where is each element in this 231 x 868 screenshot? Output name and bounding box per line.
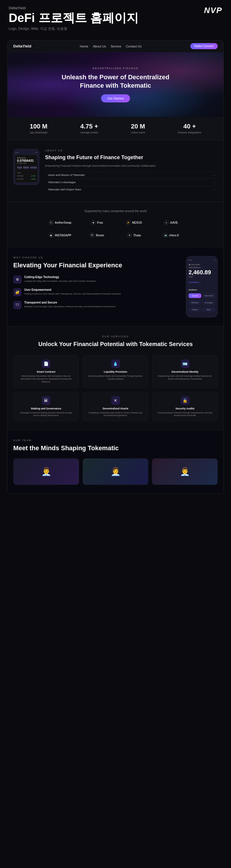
about-content: ABOUT US Shaping the Future of Finance T… <box>45 149 218 193</box>
why-title: Elevating Your Financial Experience <box>13 261 180 270</box>
team-section: OUR TEAM Meet the Minds Shaping Tokemati… <box>7 430 224 494</box>
phone-screen: Ethereum 0.07656431 $1,000 USD Deposit W… <box>15 155 37 182</box>
about-desc: Empowering Financial Freedom through Dec… <box>45 164 218 168</box>
why-phone-btn-row-2: Withdraw Exchange <box>189 300 215 305</box>
why-phone-btn-row-1: Deposit New Order <box>189 293 215 298</box>
frax-icon: ◈ <box>91 220 95 225</box>
service-decentralized-identity: 🪪 Decentralized Identity Empowering User… <box>152 355 218 388</box>
why-phone-portfolio-label: USD <box>189 276 215 278</box>
about-section: 9:41 ▪▪▪ Ethereum 0.07656431 $1,000 USD … <box>7 140 224 202</box>
feature-cutting-edge: ⚙ Cutting-Edge Technology Leading the Wa… <box>13 275 180 283</box>
feature-user-empowerment: 🔐 User Empowerment Putting Control in Yo… <box>13 288 180 296</box>
why-phone-neworder-btn[interactable]: New Order <box>202 293 215 298</box>
nav-link-about[interactable]: About Us <box>93 44 106 48</box>
service-liquidity-title: Liquidity Provision <box>87 370 145 373</box>
feature-transparent-desc: Building Trust through Clear Operations,… <box>24 305 116 308</box>
stat-average-review: 4.75 + Average review <box>80 123 98 134</box>
about-list-advantages[interactable]: Tokematic's Advantages › <box>45 179 218 186</box>
why-phone-more-btn[interactable]: More <box>202 307 215 312</box>
feature-user-empowerment-text: User Empowerment Putting Control in Your… <box>24 288 121 296</box>
security-icon: 🔒 <box>181 396 189 405</box>
why-phone-withdraw-btn[interactable]: Withdraw <box>189 300 201 305</box>
website-mockup: DeltaYield Home About Us Service Contact… <box>7 40 224 494</box>
phone-crypto-name: Ethereum <box>17 157 36 159</box>
why-phone-exchange-btn[interactable]: Exchange <box>202 300 215 305</box>
nav-link-home[interactable]: Home <box>80 44 88 48</box>
why-phone-mockup: 9:41 ▪▪ ◉ infoxaith Total Balance 2,460.… <box>186 256 218 317</box>
stat-value-users: 20 M <box>131 123 145 130</box>
feature-transparent-title: Transparent and Secure <box>24 301 116 304</box>
about-list-advantages-arrow: › <box>214 181 215 184</box>
about-list-team[interactable]: Tokematic DeFi Expert Team › <box>45 186 218 193</box>
team-photo-1: 👨‍💼 <box>13 459 79 485</box>
partner-frax: ◈ Frax <box>80 218 114 227</box>
about-list-vision[interactable]: Vision and Mission of Tokematic › <box>45 171 218 179</box>
phone-withdraw-btn[interactable]: Withdraw <box>23 166 29 169</box>
about-title: Shaping the Future of Finance Together <box>45 154 218 161</box>
about-tag: ABOUT US <box>45 149 218 152</box>
services-grid: 📄 Smart Contract Revolutionizing Transac… <box>13 355 218 421</box>
page-subtitle: Logo, Design, Web, 지갑 연동, 반응형 <box>9 26 139 31</box>
wallet-connect-button[interactable]: Wallet Connect <box>190 43 218 49</box>
why-phone-balance: 2,460.89 <box>189 269 215 276</box>
why-section: WHY CHOOSE US Elevating Your Financial E… <box>7 247 224 326</box>
hero-cta-button[interactable]: Get Started <box>101 94 130 102</box>
service-oracle-title: Decentralized Oracle <box>87 407 145 410</box>
stat-value-integrations: 40 + <box>178 123 201 130</box>
service-security: 🔒 Security Audits Ensuring Robust Protec… <box>152 392 218 422</box>
why-phone-balance-suffix: USD <box>189 276 193 278</box>
partner-ronin: 🛡 Ronin <box>80 230 114 240</box>
team-photo-2: 👩‍💼 <box>83 459 148 485</box>
service-liquidity: 💧 Liquidity Provision Enhancing Market D… <box>83 355 148 388</box>
team-photo-3: 👨‍💼 <box>152 459 218 485</box>
phone-list-trade: Trade <box>17 171 36 174</box>
why-phone-deposit-btn[interactable]: Deposit <box>189 293 201 298</box>
nav-link-service[interactable]: Service <box>111 44 121 48</box>
phone-list-btc-value: +1.92% <box>31 178 36 180</box>
mockup-nav-logo: DeltaYield <box>13 44 31 48</box>
partner-aave: Λ AAVE <box>154 218 188 227</box>
phone-actions: Deposit Withdraw Exchange <box>17 166 36 169</box>
stat-value-downloads: 100 M <box>30 123 48 130</box>
user-empowerment-icon: 🔐 <box>13 288 22 296</box>
stat-value-review: 4.75 + <box>80 123 98 130</box>
partners-title: Supported by many companies around the w… <box>13 210 218 213</box>
feature-cutting-edge-text: Cutting-Edge Technology Leading the Way … <box>24 275 96 283</box>
hero-tag: DECENTRALIZED FINANCE <box>13 67 218 70</box>
why-phone-staking-btn[interactable]: Staking <box>189 307 201 312</box>
decentralized-identity-icon: 🪪 <box>181 359 189 368</box>
team-member-3: 👨‍💼 <box>152 458 218 485</box>
phone-list-eth-value: +1.74% <box>31 175 36 177</box>
partners-grid: ⬡ AetherSwap ◈ Frax ⚡ NEXUS Λ AAVE ◉ INS… <box>43 218 188 240</box>
service-staking: 🏛 Staking and Governance Participate in … <box>13 392 79 422</box>
aave-icon: Λ <box>164 220 169 225</box>
phone-balance: 0.07656431 <box>17 159 36 162</box>
team-member-2: 👩‍💼 <box>83 458 148 485</box>
stat-label-downloads: App downloads <box>30 131 48 134</box>
why-phone-portfolios[interactable]: 5 portfolios ↗ <box>189 281 215 283</box>
partner-frax-label: Frax <box>97 221 103 224</box>
service-decentralized-identity-title: Decentralized Identity <box>156 370 214 373</box>
why-phone-signal-icon: ▪▪ <box>214 259 215 261</box>
phone-exchange-btn[interactable]: Exchange <box>30 166 37 169</box>
service-staking-title: Staking and Governance <box>17 407 75 410</box>
smart-contract-icon: 📄 <box>42 359 50 368</box>
instadapp-icon: ◉ <box>49 233 53 238</box>
why-phone-balance-value: 2,460.89 <box>189 269 211 275</box>
phone-deposit-btn[interactable]: Deposit <box>17 166 22 169</box>
stat-active-users: 20 M Active users <box>131 123 145 134</box>
why-tag: WHY CHOOSE US <box>13 256 180 259</box>
phone-status-bar: 9:41 ▪▪▪ <box>15 152 37 153</box>
services-section: OUR SERVICES Unlock Your Financial Poten… <box>7 327 224 430</box>
service-smart-contract-desc: Revolutionizing Transactions with Immuta… <box>17 375 75 383</box>
partner-aetherswap-label: AetherSwap <box>55 221 72 224</box>
thala-icon: ✳ <box>127 233 132 238</box>
service-decentralized-identity-desc: Empowering Users with Self-Sovereign Ide… <box>156 375 214 380</box>
feature-transparent-text: Transparent and Secure Building Trust th… <box>24 301 116 308</box>
nav-link-contact[interactable]: Contact Us <box>126 44 142 48</box>
partner-rhino: 🦏 rhino.fi <box>154 230 188 240</box>
why-phone-time: 9:41 <box>189 259 192 261</box>
hero-section: DECENTRALIZED FINANCE Unleash the Power … <box>7 52 224 117</box>
why-phone-divider <box>189 286 215 286</box>
stats-section: 100 M App downloads 4.75 + Average revie… <box>7 117 224 140</box>
